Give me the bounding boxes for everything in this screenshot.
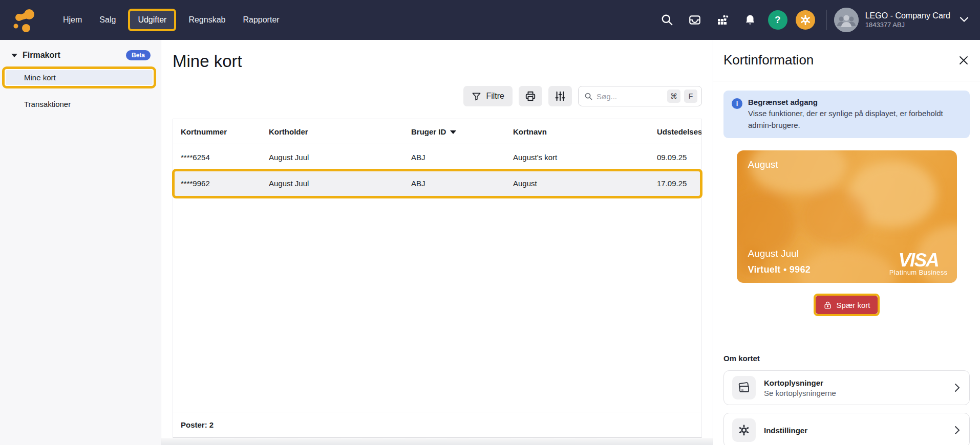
block-button-annotation: Spær kort [814,294,880,316]
nav-item-udgifter[interactable]: Udgifter [128,9,176,31]
search-icon[interactable] [661,13,674,27]
sidebar-item-mine-kort[interactable]: Mine kort [2,66,156,88]
page-title: Mine kort [173,50,713,73]
notifications-bell-icon[interactable] [743,13,757,27]
main-content: Mine kort Filtre [161,40,713,445]
block-card-button[interactable]: Spær kort [816,296,878,314]
gear-icon [799,14,812,26]
table-row[interactable]: ****6254 August Juul ABJ August's kort 0… [173,144,701,170]
cell-udstedelsesdato: 09.09.25 [649,153,701,162]
cards-table: Kortnummer Kortholder Bruger ID Kortnavn… [173,119,702,438]
col-udstedelsesdato[interactable]: Udstedelses [649,127,701,136]
panel-item-kortoplysninger[interactable]: Kortoplysninger Se kortoplysningerne [723,370,970,405]
chevron-right-icon [954,426,960,435]
account-name: LEGO - Company Card [865,11,950,21]
help-button[interactable]: ? [768,10,787,30]
page-bottom-edge [161,438,713,445]
payment-card-visual: August August Juul Virtuelt • 9962 VISA … [737,150,957,283]
column-settings-button[interactable] [548,86,572,106]
f-keycap: F [684,90,697,103]
visa-product-label: Platinum Business [889,269,948,276]
cards-icon [732,376,756,399]
restricted-access-notice: i Begrænset adgang Visse funktioner, der… [723,91,970,138]
search-icon [584,92,593,101]
sort-desc-icon [450,130,456,134]
cell-kortnavn: August's kort [505,153,649,162]
panel-item-subtitle: Se kortoplysningerne [764,389,836,397]
col-kortnavn[interactable]: Kortnavn [505,127,649,136]
nav-item-regnskab[interactable]: Regnskab [180,10,234,30]
close-panel-button[interactable] [958,55,969,65]
sidebar: Firmakort Beta Mine kort Transaktioner [0,40,161,445]
panel-title: Kortinformation [723,52,814,68]
panel-item-indstillinger[interactable]: Indstillinger [723,413,970,445]
cmd-keycap: ⌘ [667,90,680,103]
card-nickname: August [748,159,778,170]
cell-kortnummer: ****9962 [173,179,261,188]
visa-wordmark: VISA [889,252,948,269]
topbar: Hjem Salg Udgifter Regnskab Rapporter [0,0,980,40]
table-toolbar: Filtre ⌘ [161,86,702,106]
account-info[interactable]: LEGO - Company Card 1843377 ABJ [865,11,950,29]
panel-divider [713,81,980,81]
funnel-icon [472,92,481,101]
table-empty-area [173,196,701,412]
topbar-divider [826,10,827,30]
notice-body: Visse funktioner, der er synlige på disp… [748,108,962,131]
cell-udstedelsesdato: 17.09.25 [649,179,701,188]
people-group-icon [834,8,859,32]
close-icon [958,55,969,65]
question-mark-icon: ? [775,14,781,26]
gear-icon [732,418,756,442]
col-bruger-id[interactable]: Bruger ID [403,127,505,136]
table-row-selected[interactable]: ****9962 August Juul ABJ August 17.09.25 [173,170,701,196]
nav-item-hjem[interactable]: Hjem [54,10,91,30]
printer-icon [525,91,536,102]
block-card-label: Spær kort [837,301,870,309]
card-holder-name: August Juul [748,248,799,259]
filter-button[interactable]: Filtre [463,86,513,106]
lock-icon [823,301,832,309]
account-avatar[interactable] [834,8,859,32]
visma-logo-icon[interactable] [10,6,39,34]
cell-bruger-id: ABJ [403,179,505,188]
chevron-right-icon [954,383,960,392]
panel-item-title: Indstillinger [764,426,807,435]
col-kortnummer[interactable]: Kortnummer [173,127,261,136]
panel-item-title: Kortoplysninger [764,379,836,387]
apps-grid-icon[interactable] [716,13,729,27]
settings-button[interactable] [796,10,815,30]
cell-kortholder: August Juul [261,179,403,188]
beta-badge: Beta [126,50,151,60]
col-kortholder[interactable]: Kortholder [261,127,403,136]
print-button[interactable] [519,86,542,106]
filter-button-label: Filtre [486,92,504,101]
collapse-triangle-icon [11,54,17,57]
search-input[interactable] [596,92,664,101]
search-field[interactable]: ⌘ F [578,86,702,106]
cell-kortnummer: ****6254 [173,153,261,162]
card-info-panel: Kortinformation i Begrænset adgang Visse… [713,40,980,445]
record-count: Poster: 2 [181,420,214,429]
notice-title: Begrænset adgang [748,98,962,106]
visa-logo: VISA Platinum Business [889,252,948,276]
account-id: 1843377 ABJ [865,21,950,29]
cell-kortnavn: August [505,179,649,188]
sliders-icon [555,91,566,102]
nav-item-rapporter[interactable]: Rapporter [234,10,288,30]
account-chevron-down-icon[interactable] [960,15,969,25]
cell-bruger-id: ABJ [403,153,505,162]
info-icon: i [732,98,742,109]
nav-item-salg[interactable]: Salg [91,10,124,30]
primary-nav: Hjem Salg Udgifter Regnskab Rapporter [54,0,288,40]
table-header-row: Kortnummer Kortholder Bruger ID Kortnavn… [173,119,701,144]
sidebar-section-firmakort[interactable]: Firmakort Beta [0,50,161,60]
cell-kortholder: August Juul [261,153,403,162]
table-footer: Poster: 2 [173,412,701,438]
sidebar-section-label: Firmakort [23,51,60,60]
about-card-heading: Om kortet [723,354,970,363]
sidebar-item-transaktioner[interactable]: Transaktioner [0,97,161,112]
card-type-number: Virtuelt • 9962 [748,264,811,275]
inbox-icon[interactable] [688,13,701,27]
